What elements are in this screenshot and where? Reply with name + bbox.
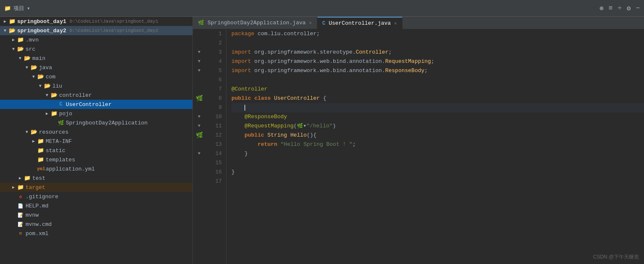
sidebar-item-pom-xml[interactable]: m pom.xml bbox=[0, 229, 192, 238]
settings-icon[interactable]: ⚙ bbox=[627, 4, 631, 13]
code-line-12: public String Hello (){ bbox=[231, 131, 644, 140]
split-icon[interactable]: ÷ bbox=[618, 5, 622, 12]
token-keyword: package bbox=[231, 29, 254, 39]
sidebar-item-java[interactable]: ▼ 📂 java bbox=[0, 63, 192, 72]
sidebar-item-mvnw[interactable]: ▶ 📝 mvnw bbox=[0, 210, 192, 220]
tree-label: SpringbootDay2Application bbox=[66, 120, 148, 126]
token-keyword: import bbox=[231, 48, 251, 57]
sidebar-item-springboot-app[interactable]: 🌿 SpringbootDay2Application bbox=[0, 118, 192, 127]
fold-icon[interactable]: ▼ bbox=[198, 48, 200, 57]
tab-close-icon[interactable]: ✕ bbox=[394, 21, 397, 26]
tree-label: src bbox=[26, 46, 35, 52]
folder-icon: 📁 bbox=[37, 156, 44, 163]
token-annotation: @Controller bbox=[231, 85, 267, 94]
sidebar-item-mvnw-cmd[interactable]: 📝 mvnw.cmd bbox=[0, 220, 192, 229]
token-type bbox=[251, 94, 254, 103]
token-keyword: public bbox=[231, 94, 251, 103]
code-line-6 bbox=[231, 75, 644, 85]
sidebar-item-target[interactable]: ▶ 📁 target bbox=[0, 183, 192, 192]
tree-label: target bbox=[26, 184, 45, 191]
token-symbol: ; bbox=[388, 48, 392, 57]
tree-label: com bbox=[46, 74, 55, 80]
token-pkg: org.springframework.web.bind.annotation. bbox=[251, 66, 385, 75]
token-symbol: ; bbox=[424, 66, 428, 75]
gutter-line-12: 🌿 bbox=[193, 131, 205, 140]
line-num-15: 15 bbox=[210, 158, 222, 168]
sidebar-item-src[interactable]: ▼ 📂 src bbox=[0, 44, 192, 54]
fold-icon[interactable]: ▼ bbox=[198, 66, 200, 75]
token-type bbox=[287, 131, 291, 140]
tab-user-controller[interactable]: C UserController.java ✕ bbox=[317, 17, 402, 29]
code-line-13: return "Hello Spring Boot ! " ; bbox=[231, 140, 644, 149]
chevron-down-icon: ▼ bbox=[10, 47, 17, 52]
line-num-2: 2 bbox=[210, 39, 222, 48]
sidebar-item-application-yml[interactable]: yml application.yml bbox=[0, 164, 192, 173]
code-editor[interactable]: ▼ ▼ ▼ 🌿 ▼ ▼ 🌿 ▼ 1 2 3 4 bbox=[193, 29, 644, 264]
minimize-icon[interactable]: − bbox=[636, 5, 640, 12]
token-keyword: return bbox=[257, 140, 277, 149]
token-symbol: { bbox=[320, 94, 327, 103]
sidebar-item-meta-inf[interactable]: ▶ 📁 META-INF bbox=[0, 137, 192, 146]
md-icon: 📄 bbox=[17, 203, 24, 209]
sidebar-item-static[interactable]: 📁 static bbox=[0, 146, 192, 155]
line-num-4: 4 bbox=[210, 57, 222, 66]
sidebar-item-templates[interactable]: 📁 templates bbox=[0, 155, 192, 164]
line-numbers: 1 2 3 4 5 6 7 8 9 10 11 12 13 14 15 16 1… bbox=[205, 29, 226, 264]
structure-icon[interactable]: ≡ bbox=[609, 5, 613, 12]
chevron-down-icon: ▼ bbox=[30, 75, 37, 79]
folder-open-icon: 📂 bbox=[30, 129, 38, 135]
sidebar-item-test[interactable]: ▶ 📁 test bbox=[0, 173, 192, 183]
sidebar-item-pojo[interactable]: ▶ 📁 pojo bbox=[0, 109, 192, 118]
sidebar-item-controller[interactable]: ▼ 📂 controller bbox=[0, 91, 192, 100]
spring-inline-icon: 🌿 bbox=[297, 122, 303, 131]
token-type bbox=[231, 131, 244, 140]
gutter-line-16 bbox=[193, 168, 205, 177]
fold-icon[interactable]: ▼ bbox=[198, 122, 200, 131]
tree-label: META-INF bbox=[46, 138, 72, 145]
watermark: CSDN @下午天睡觉 bbox=[593, 254, 639, 261]
cursor bbox=[244, 105, 245, 111]
folder-open-icon: 📂 bbox=[23, 55, 31, 62]
sidebar-item-usercontroller[interactable]: C UserController bbox=[0, 100, 192, 109]
line-num-5: 5 bbox=[210, 66, 222, 75]
tree-label: controller bbox=[59, 92, 92, 98]
code-line-17 bbox=[231, 177, 644, 186]
line-num-17: 17 bbox=[210, 177, 222, 186]
git-icon: ⚙ bbox=[17, 194, 24, 199]
folder-open-icon: 📂 bbox=[17, 46, 24, 52]
dropdown-icon: ▾ bbox=[27, 5, 30, 12]
sidebar-item-springboot-day1[interactable]: ▶ 📁 springboot_day1 D:\CodeList\Java\spr… bbox=[0, 17, 192, 26]
gutter-line-1 bbox=[193, 29, 205, 39]
fold-icon[interactable]: ▼ bbox=[198, 112, 200, 122]
line-num-10: 10 bbox=[210, 112, 222, 122]
tab-springboot-app[interactable]: 🌿 SpringbootDay2Application.java ✕ bbox=[193, 17, 317, 29]
sidebar-item-springboot-day2[interactable]: ▼ 📂 springboot_day2 D:\CodeList\Java\spr… bbox=[0, 26, 192, 35]
fold-icon[interactable]: ▼ bbox=[198, 149, 200, 158]
sidebar-item-resources[interactable]: ▼ 📂 resources bbox=[0, 127, 192, 137]
sidebar-item-mvn[interactable]: ▶ 📁 .mvn bbox=[0, 35, 192, 44]
script-icon: 📝 bbox=[17, 222, 24, 227]
gutter-line-4: ▼ bbox=[193, 57, 205, 66]
code-line-3: import org.springframework.stereotype.Co… bbox=[231, 48, 644, 57]
code-line-5: import org.springframework.web.bind.anno… bbox=[231, 66, 644, 75]
gutter: ▼ ▼ ▼ 🌿 ▼ ▼ 🌿 ▼ bbox=[193, 29, 205, 264]
token-type bbox=[264, 131, 267, 140]
token-type bbox=[231, 140, 257, 149]
tab-close-icon[interactable]: ✕ bbox=[309, 20, 312, 26]
chevron-right-icon: ▶ bbox=[44, 111, 50, 116]
fold-icon[interactable]: ▼ bbox=[198, 57, 200, 66]
add-icon[interactable]: ⊕ bbox=[600, 4, 604, 13]
token-symbol: ; bbox=[431, 57, 434, 66]
code-content[interactable]: package com.liu.controller; import org.s… bbox=[226, 29, 644, 264]
tree-label: HELP.md bbox=[26, 203, 49, 209]
sidebar-item-main[interactable]: ▼ 📂 main bbox=[0, 54, 192, 63]
tree-label: resources bbox=[39, 129, 68, 135]
sidebar-item-gitignore[interactable]: ⚙ .gitignore bbox=[0, 192, 192, 201]
project-menu[interactable]: 📁 项目 ▾ bbox=[4, 5, 30, 12]
token-class: Controller bbox=[356, 48, 388, 57]
tree-label: mvnw.cmd bbox=[26, 221, 52, 228]
sidebar-item-help-md[interactable]: 📄 HELP.md bbox=[0, 201, 192, 210]
sidebar-item-liu[interactable]: ▼ 📂 liu bbox=[0, 81, 192, 91]
line-num-14: 14 bbox=[210, 149, 222, 158]
sidebar-item-com[interactable]: ▼ 📂 com bbox=[0, 72, 192, 81]
